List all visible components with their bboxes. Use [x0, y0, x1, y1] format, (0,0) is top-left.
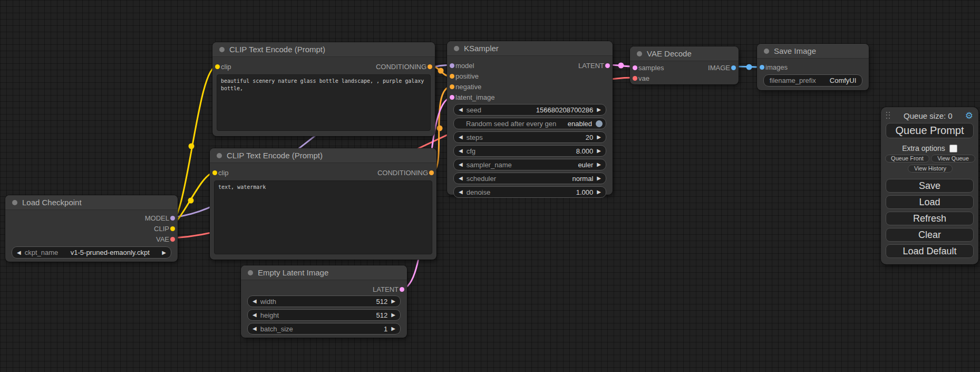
- graph-canvas[interactable]: Load Checkpoint MODEL CLIP VAE ◀ ckpt_na…: [0, 0, 980, 372]
- node-title: CLIP Text Encode (Prompt): [229, 45, 325, 54]
- node-title-bar[interactable]: Save Image: [757, 44, 869, 59]
- collapse-dot-icon[interactable]: [12, 200, 17, 205]
- collapse-dot-icon[interactable]: [217, 153, 222, 158]
- collapse-dot-icon[interactable]: [454, 46, 459, 51]
- refresh-button[interactable]: Refresh: [886, 212, 974, 225]
- prev-value-arrow-icon[interactable]: ◀: [253, 312, 257, 318]
- next-value-arrow-icon[interactable]: ▶: [391, 312, 395, 318]
- next-value-arrow-icon[interactable]: ▶: [162, 250, 166, 255]
- negative-prompt-textarea[interactable]: text, watermark: [214, 180, 432, 254]
- random-seed-toggle-widget[interactable]: Random seed after every gen enabled: [453, 118, 606, 129]
- next-value-arrow-icon[interactable]: ▶: [597, 107, 601, 112]
- input-slot-model[interactable]: [450, 63, 454, 68]
- output-slot-model[interactable]: [170, 216, 175, 221]
- extra-options-checkbox[interactable]: [949, 145, 957, 152]
- queue-prompt-button[interactable]: Queue Prompt: [886, 123, 974, 138]
- next-value-arrow-icon[interactable]: ▶: [391, 299, 395, 304]
- cfg-widget[interactable]: ◀ cfg 8.000 ▶: [453, 145, 606, 157]
- collapse-dot-icon[interactable]: [248, 270, 253, 275]
- view-queue-button[interactable]: View Queue: [931, 155, 975, 163]
- node-clip-text-encode-negative[interactable]: CLIP Text Encode (Prompt) clip CONDITION…: [210, 148, 436, 260]
- collapse-dot-icon[interactable]: [219, 47, 225, 52]
- next-value-arrow-icon[interactable]: ▶: [597, 135, 601, 140]
- queue-front-button[interactable]: Queue Front: [885, 155, 929, 163]
- input-slot-negative[interactable]: [450, 84, 454, 89]
- node-title-bar[interactable]: KSampler: [447, 41, 613, 56]
- input-slot-vae[interactable]: [633, 76, 637, 81]
- node-title-bar[interactable]: CLIP Text Encode (Prompt): [210, 148, 436, 163]
- next-value-arrow-icon[interactable]: ▶: [597, 148, 601, 154]
- widget-value: 8.000: [576, 147, 594, 155]
- seed-widget[interactable]: ◀ seed 156680208700286 ▶: [453, 104, 606, 116]
- widget-value: 156680208700286: [536, 106, 593, 114]
- output-slot-clip[interactable]: [170, 226, 175, 231]
- prev-value-arrow-icon[interactable]: ◀: [459, 135, 463, 140]
- input-slot-positive[interactable]: [450, 74, 454, 79]
- next-value-arrow-icon[interactable]: ▶: [597, 189, 601, 195]
- node-title-bar[interactable]: VAE Decode: [630, 46, 739, 61]
- output-slot-image[interactable]: [731, 65, 736, 70]
- batch-size-widget[interactable]: ◀ batch_size 1 ▶: [247, 323, 401, 335]
- node-save-image[interactable]: Save Image images filename_prefix ComfyU…: [757, 44, 869, 90]
- widget-value: 20: [586, 133, 593, 141]
- node-load-checkpoint[interactable]: Load Checkpoint MODEL CLIP VAE ◀ ckpt_na…: [5, 195, 178, 262]
- widget-label: Random seed after every gen: [466, 120, 556, 128]
- prev-value-arrow-icon[interactable]: ◀: [459, 189, 463, 195]
- width-widget[interactable]: ◀ width 512 ▶: [247, 295, 401, 307]
- output-slot-vae[interactable]: [170, 237, 175, 242]
- input-slot-clip[interactable]: [212, 170, 217, 175]
- sampler-name-widget[interactable]: ◀ sampler_name euler ▶: [453, 159, 606, 170]
- input-slot-latent-image[interactable]: [450, 95, 454, 100]
- output-label-vae: VAE: [156, 235, 169, 243]
- node-title-bar[interactable]: Load Checkpoint: [5, 195, 178, 210]
- output-slot-conditioning[interactable]: [429, 170, 434, 175]
- next-value-arrow-icon[interactable]: ▶: [391, 326, 395, 331]
- node-title-bar[interactable]: Empty Latent Image: [241, 265, 407, 280]
- prev-value-arrow-icon[interactable]: ◀: [17, 250, 21, 255]
- steps-widget[interactable]: ◀ steps 20 ▶: [453, 131, 606, 143]
- node-title-bar[interactable]: CLIP Text Encode (Prompt): [212, 42, 435, 57]
- positive-prompt-textarea[interactable]: beautiful scenery nature glass bottle la…: [217, 74, 431, 131]
- input-label-negative: negative: [455, 83, 481, 91]
- positive-conditioning-wire-midpoint-dot: [438, 68, 444, 74]
- clear-button[interactable]: Clear: [886, 228, 974, 242]
- toggle-knob-icon[interactable]: [596, 120, 603, 127]
- node-empty-latent-image[interactable]: Empty Latent Image LATENT ◀ width 512 ▶ …: [241, 265, 407, 338]
- output-slot-latent[interactable]: [605, 63, 610, 68]
- denoise-widget[interactable]: ◀ denoise 1.000 ▶: [453, 186, 606, 198]
- prev-value-arrow-icon[interactable]: ◀: [253, 299, 257, 304]
- filename-prefix-widget[interactable]: filename_prefix ComfyUI: [763, 74, 862, 87]
- output-label-clip: CLIP: [154, 225, 169, 233]
- widget-label: cfg: [467, 147, 476, 155]
- input-slot-samples[interactable]: [633, 65, 637, 70]
- latent-out-wire-midpoint-dot: [618, 63, 624, 69]
- output-slot-latent[interactable]: [400, 287, 404, 292]
- prev-value-arrow-icon[interactable]: ◀: [459, 176, 463, 181]
- ckpt-name-widget[interactable]: ◀ ckpt_name v1-5-pruned-emaonly.ckpt ▶: [12, 246, 171, 259]
- load-default-button[interactable]: Load Default: [886, 244, 974, 258]
- drag-handle-icon[interactable]: [886, 112, 891, 120]
- next-value-arrow-icon[interactable]: ▶: [597, 162, 601, 167]
- load-button[interactable]: Load: [886, 195, 974, 209]
- next-value-arrow-icon[interactable]: ▶: [597, 176, 601, 181]
- prev-value-arrow-icon[interactable]: ◀: [459, 162, 463, 167]
- settings-gear-icon[interactable]: ⚙: [965, 111, 973, 120]
- node-vae-decode[interactable]: VAE Decode samples IMAGE vae: [630, 46, 739, 84]
- widget-value: 512: [376, 298, 388, 306]
- output-slot-conditioning[interactable]: [428, 64, 432, 69]
- prev-value-arrow-icon[interactable]: ◀: [459, 148, 463, 154]
- view-history-button[interactable]: View History: [908, 165, 953, 173]
- prev-value-arrow-icon[interactable]: ◀: [253, 326, 257, 331]
- save-button[interactable]: Save: [886, 179, 974, 193]
- input-label-clip: clip: [221, 63, 231, 71]
- node-ksampler[interactable]: KSampler model LATENT positive negative …: [447, 41, 613, 195]
- collapse-dot-icon[interactable]: [764, 49, 769, 54]
- input-slot-images[interactable]: [760, 65, 764, 70]
- collapse-dot-icon[interactable]: [637, 51, 642, 56]
- height-widget[interactable]: ◀ height 512 ▶: [247, 309, 401, 321]
- widget-label: steps: [467, 133, 483, 141]
- node-clip-text-encode-positive[interactable]: CLIP Text Encode (Prompt) clip CONDITION…: [212, 42, 435, 136]
- prev-value-arrow-icon[interactable]: ◀: [459, 107, 463, 112]
- input-slot-clip[interactable]: [215, 64, 220, 69]
- scheduler-widget[interactable]: ◀ scheduler normal ▶: [453, 173, 606, 184]
